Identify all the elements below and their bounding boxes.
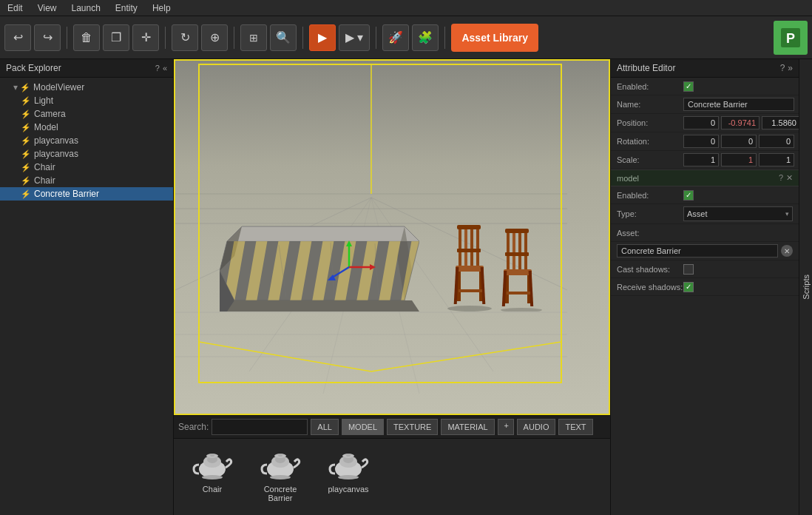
tree-item-light[interactable]: ⚡ Light xyxy=(0,94,173,107)
scripts-tab[interactable]: Scripts xyxy=(800,269,812,306)
attr-model-enabled-check[interactable]: ✓ xyxy=(683,190,694,201)
tree-icon-camera: ⚡ xyxy=(21,110,31,119)
tree-item-chair1[interactable]: ⚡ Chair xyxy=(0,161,173,174)
model-section-label: model xyxy=(617,174,639,183)
attr-position-value xyxy=(683,116,799,129)
attr-rotation-z[interactable] xyxy=(759,135,794,148)
attr-scale-x[interactable] xyxy=(683,153,719,166)
search-input[interactable] xyxy=(212,419,308,435)
attr-receive-shadows-check[interactable]: ✓ xyxy=(683,282,694,292)
undo-button[interactable]: ↩ xyxy=(4,24,31,51)
attr-name-input[interactable] xyxy=(683,98,794,111)
viewport[interactable] xyxy=(174,59,610,415)
scene-background xyxy=(175,61,609,414)
attr-enabled-check[interactable]: ✓ xyxy=(683,81,694,92)
attr-editor-help[interactable]: ? xyxy=(780,63,785,73)
attr-scale-z[interactable] xyxy=(759,153,794,166)
attr-position-y[interactable] xyxy=(721,116,759,129)
attr-type-label: Type: xyxy=(617,209,683,218)
filter-add[interactable]: + xyxy=(498,419,514,435)
attr-receive-shadows-value: ✓ xyxy=(683,282,793,292)
gizmo[interactable] xyxy=(319,238,379,299)
asset-library-button[interactable]: Asset Library xyxy=(451,24,538,52)
filter-material[interactable]: MATERIAL xyxy=(441,419,494,435)
menu-entity[interactable]: Entity xyxy=(108,3,145,13)
asset-browser-toolbar: Search: ALL MODEL TEXTURE MATERIAL + AUD… xyxy=(174,416,610,439)
attr-scale-y[interactable] xyxy=(721,153,757,166)
zoom-button[interactable]: 🔍 xyxy=(270,24,297,51)
attr-type-value: Asset ▾ xyxy=(683,206,793,221)
tree-label-modelviewer: ModelViewer xyxy=(33,82,84,92)
asset-item-chair[interactable]: Chair xyxy=(183,445,242,494)
filter-all[interactable]: ALL xyxy=(311,419,339,435)
filter-model[interactable]: MODEL xyxy=(342,419,384,435)
attr-type-dropdown[interactable]: Asset ▾ xyxy=(683,206,793,221)
svg-point-79 xyxy=(346,454,351,457)
asset-item-playcanvas[interactable]: playcanvas xyxy=(319,445,378,494)
filter-texture[interactable]: TEXTURE xyxy=(387,419,438,435)
svg-rect-39 xyxy=(470,226,473,267)
pack-explorer-collapse[interactable]: « xyxy=(163,64,167,73)
launch-button[interactable]: ▶ ▾ xyxy=(339,24,370,51)
asset-icon-playcanvas xyxy=(326,445,371,482)
extensions-button[interactable]: 🧩 xyxy=(412,24,439,51)
attr-cast-shadows-label: Cast shadows: xyxy=(617,265,683,274)
svg-rect-49 xyxy=(507,230,510,271)
pc-logo: P xyxy=(774,21,808,55)
publish-button[interactable]: 🚀 xyxy=(382,24,409,51)
asset-name-chair: Chair xyxy=(203,485,222,494)
attr-editor-expand[interactable]: » xyxy=(788,63,793,73)
play-button[interactable]: ▶ xyxy=(309,24,336,51)
attr-model-enabled-value: ✓ xyxy=(683,190,793,201)
translate-button[interactable]: ✛ xyxy=(132,24,159,51)
delete-button[interactable]: 🗑 xyxy=(73,24,100,51)
tree-item-chair2[interactable]: ⚡ Chair xyxy=(0,174,173,187)
filter-audio[interactable]: AUDIO xyxy=(517,419,556,435)
attr-asset-field[interactable]: Concrete Barrier xyxy=(617,244,778,258)
tree-item-playcanvas1[interactable]: ⚡ playcanvas xyxy=(0,134,173,147)
tree-icon-playcanvas1: ⚡ xyxy=(21,136,31,146)
menu-edit[interactable]: Edit xyxy=(0,3,30,13)
svg-rect-54 xyxy=(505,252,529,256)
tree-item-model[interactable]: ⚡ Model xyxy=(0,121,173,134)
toolbar-separator-3 xyxy=(234,27,234,49)
world-button[interactable]: ⊕ xyxy=(201,24,228,51)
attr-row-cast-shadows: Cast shadows: xyxy=(611,260,799,278)
menu-help[interactable]: Help xyxy=(145,3,178,13)
attr-rotation-y[interactable] xyxy=(721,135,757,148)
svg-marker-29 xyxy=(220,300,419,312)
menu-view[interactable]: View xyxy=(30,3,64,13)
toolbar: ↩ ↪ 🗑 ❐ ✛ ↻ ⊕ ⊞ 🔍 ▶ ▶ ▾ 🚀 🧩 Asset Librar… xyxy=(0,16,812,59)
model-section-header: model ? ✕ xyxy=(611,169,799,186)
svg-rect-41 xyxy=(457,225,481,229)
attr-row-enabled: Enabled: ✓ xyxy=(611,78,799,95)
attr-cast-shadows-check[interactable] xyxy=(683,264,694,275)
attr-asset-clear[interactable]: ✕ xyxy=(781,245,793,257)
rotate-button[interactable]: ↻ xyxy=(172,24,198,51)
toolbar-separator-4 xyxy=(302,27,303,49)
svg-text:P: P xyxy=(786,31,795,46)
tree-label-playcanvas2: playcanvas xyxy=(34,149,78,159)
attr-row-scale: Scale: xyxy=(611,151,799,169)
model-section-remove[interactable]: ✕ xyxy=(786,173,793,183)
tree-item-concrete-barrier[interactable]: ⚡ Concrete Barrier xyxy=(0,187,173,201)
attr-position-z[interactable] xyxy=(762,116,799,129)
tree-icon-light: ⚡ xyxy=(21,96,31,106)
attr-model-enabled-label: Enabled: xyxy=(617,191,683,200)
filter-text[interactable]: TEXT xyxy=(558,419,592,435)
redo-button[interactable]: ↪ xyxy=(34,24,61,51)
attr-position-x[interactable] xyxy=(683,116,719,129)
asset-item-concrete-barrier[interactable]: Concrete Barrier xyxy=(251,445,310,502)
tree-item-camera[interactable]: ⚡ Camera xyxy=(0,107,173,121)
menu-launch[interactable]: Launch xyxy=(64,3,107,13)
attr-row-type: Type: Asset ▾ xyxy=(611,204,799,224)
grid-button[interactable]: ⊞ xyxy=(240,24,267,51)
tree-item-playcanvas2[interactable]: ⚡ playcanvas xyxy=(0,147,173,161)
copy-button[interactable]: ❐ xyxy=(103,24,129,51)
tree-label-concrete-barrier: Concrete Barrier xyxy=(34,189,99,199)
pack-explorer-help[interactable]: ? xyxy=(155,64,160,73)
attr-rotation-value xyxy=(683,135,794,148)
tree-item-modelviewer[interactable]: ▾ ⚡ ModelViewer xyxy=(0,81,173,94)
attr-rotation-x[interactable] xyxy=(683,135,719,148)
model-section-help[interactable]: ? xyxy=(779,173,783,183)
